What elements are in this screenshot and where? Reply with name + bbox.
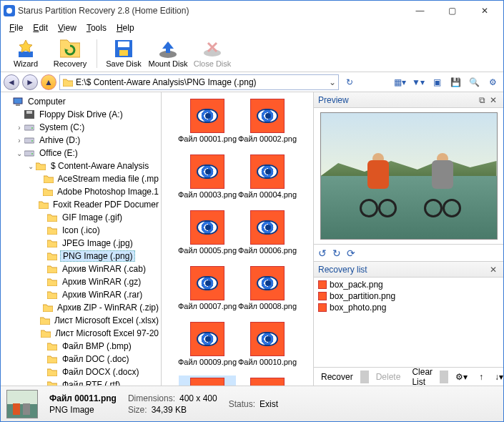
tree-twisty[interactable]: ⌄: [15, 149, 24, 157]
file-icon: [318, 292, 327, 300]
tree-item[interactable]: PNG Image (.png): [1, 250, 161, 262]
tree-item[interactable]: Архив ZIP - WinRAR (.zip): [1, 301, 161, 314]
tree-item[interactable]: Floppy Disk Drive (A:): [1, 108, 161, 121]
search-button[interactable]: 🔍: [466, 74, 482, 90]
file-list[interactable]: Файл 00001.pngФайл 00002.pngФайл 00003.p…: [162, 92, 314, 386]
mount-disk-icon: [158, 39, 178, 59]
menu-file[interactable]: File: [5, 21, 27, 34]
tree-item[interactable]: ›Arhive (D:): [1, 134, 161, 147]
floppy-icon: [24, 109, 35, 119]
save-disk-icon: [114, 39, 134, 59]
file-name: Файл 00008.png: [238, 302, 297, 310]
file-name: Файл 00004.png: [238, 190, 297, 199]
file-item[interactable]: Файл 00009.png: [179, 320, 236, 368]
folder-icon: [44, 174, 54, 184]
file-item[interactable]: Файл 00001.png: [179, 97, 236, 145]
tree-item[interactable]: ⌄Office (E:): [1, 147, 161, 160]
tree-item[interactable]: Файл BMP (.bmp): [1, 340, 161, 353]
rotate-right-icon[interactable]: ↻: [332, 247, 341, 259]
refresh-button[interactable]: ↻: [342, 74, 357, 90]
close-button[interactable]: ✕: [468, 1, 500, 21]
menu-edit[interactable]: Edit: [29, 21, 52, 34]
file-item[interactable]: Файл 00012.png: [239, 376, 296, 386]
tree-item[interactable]: Foxit Reader PDF Documer: [1, 198, 161, 211]
recovery-item[interactable]: box_photo.png: [318, 302, 499, 313]
refresh-preview-icon[interactable]: ⟳: [347, 247, 355, 259]
svg-rect-15: [24, 138, 34, 143]
tree-label: Лист Microsoft Excel 97-20: [53, 328, 161, 338]
tree-twisty[interactable]: ⌄: [26, 162, 35, 170]
move-up-icon[interactable]: ↑: [475, 371, 488, 383]
save-disk-button[interactable]: Save Disk: [103, 36, 144, 71]
tree-item[interactable]: ⌄$ Content-Aware Analysis: [1, 160, 161, 172]
folder-icon: [46, 290, 58, 300]
tree-item[interactable]: Архив WinRAR (.gz): [1, 275, 161, 288]
tree-item[interactable]: Adobe Photoshop Image.1: [1, 185, 161, 198]
tree-label: Icon (.ico): [60, 225, 102, 235]
file-item[interactable]: Файл 00002.png: [239, 97, 296, 145]
tree-twisty[interactable]: ›: [15, 137, 24, 144]
nav-up-button[interactable]: ▲: [41, 74, 56, 90]
menu-view[interactable]: View: [54, 21, 81, 34]
file-item[interactable]: Файл 00006.png: [239, 208, 296, 257]
clear-list-button[interactable]: Clear List: [407, 365, 437, 388]
tree-item[interactable]: GIF Image (.gif): [1, 211, 161, 224]
recovery-icon: [60, 39, 80, 59]
tree-item[interactable]: Файл DOCX (.docx): [1, 365, 161, 378]
preview-close-icon[interactable]: ✕: [488, 95, 499, 105]
save-button[interactable]: 💾: [448, 74, 463, 90]
address-field[interactable]: ⌄: [59, 74, 339, 90]
wizard-button[interactable]: Wizard: [5, 36, 46, 71]
minimize-button[interactable]: —: [404, 1, 436, 21]
tree-item[interactable]: Архив WinRAR (.rar): [1, 288, 161, 301]
recovery-close-icon[interactable]: ✕: [488, 265, 499, 275]
tree-item[interactable]: Файл RTF (.rtf): [1, 378, 161, 386]
tree-item[interactable]: Computer: [1, 95, 161, 108]
tree-item[interactable]: Архив WinRAR (.cab): [1, 262, 161, 275]
file-thumbnail-icon: [190, 266, 224, 300]
recovery-button[interactable]: Recovery: [49, 36, 91, 71]
options-button[interactable]: ⚙: [485, 74, 500, 90]
recovery-item[interactable]: box_pack.png: [318, 279, 499, 290]
filter-button[interactable]: ▼▾: [410, 74, 426, 90]
nav-forward-button[interactable]: ►: [22, 74, 38, 90]
tree-item[interactable]: Лист Microsoft Excel (.xlsx): [1, 314, 161, 327]
mount-disk-button[interactable]: Mount Disk: [147, 36, 189, 71]
maximize-button[interactable]: ▢: [436, 1, 468, 21]
file-item[interactable]: Файл 00007.png: [179, 264, 236, 313]
tree-item[interactable]: ›System (C:): [1, 121, 161, 134]
tree-item[interactable]: Лист Microsoft Excel 97-20: [1, 327, 161, 340]
tree-item[interactable]: AceStream media file (.mp: [1, 172, 161, 185]
file-item[interactable]: Файл 00010.png: [239, 320, 296, 368]
rotate-left-icon[interactable]: ↺: [318, 247, 327, 259]
address-input[interactable]: [76, 76, 327, 89]
view-mode-button[interactable]: ▦▾: [392, 74, 407, 90]
preview-popout-icon[interactable]: ⧉: [476, 95, 488, 105]
menu-tools[interactable]: Tools: [82, 21, 111, 34]
folder-icon: [46, 354, 58, 364]
folder-icon: [35, 161, 46, 171]
address-dropdown[interactable]: ⌄: [327, 77, 338, 87]
file-item[interactable]: Файл 00011.png: [179, 376, 236, 386]
list-options-icon[interactable]: ⚙▾: [451, 371, 472, 383]
file-item[interactable]: Файл 00005.png: [179, 208, 236, 257]
file-thumbnail-icon: [250, 378, 285, 386]
recover-button[interactable]: Recover: [317, 371, 357, 383]
select-button[interactable]: ▣: [429, 74, 445, 90]
tree-item[interactable]: Icon (.ico): [1, 224, 161, 237]
tree-twisty[interactable]: ›: [15, 124, 24, 132]
folder-icon: [46, 341, 58, 351]
move-down-icon[interactable]: ↓▾: [490, 371, 504, 383]
tree-item[interactable]: JPEG Image (.jpg): [1, 237, 161, 250]
nav-back-button[interactable]: ◄: [4, 74, 19, 90]
tree-label: Архив WinRAR (.cab): [60, 264, 148, 274]
file-item[interactable]: Файл 00004.png: [239, 152, 296, 201]
recovery-list[interactable]: box_pack.pngbox_partition.pngbox_photo.p…: [314, 278, 503, 367]
tree-item[interactable]: Файл DOC (.doc): [1, 353, 161, 365]
folder-tree[interactable]: ComputerFloppy Disk Drive (A:)›System (C…: [1, 92, 162, 386]
menu-help[interactable]: Help: [112, 21, 139, 34]
file-item[interactable]: Файл 00008.png: [239, 264, 296, 313]
tree-label: Архив WinRAR (.rar): [60, 290, 144, 300]
file-item[interactable]: Файл 00003.png: [179, 152, 236, 201]
recovery-item[interactable]: box_partition.png: [318, 290, 499, 302]
